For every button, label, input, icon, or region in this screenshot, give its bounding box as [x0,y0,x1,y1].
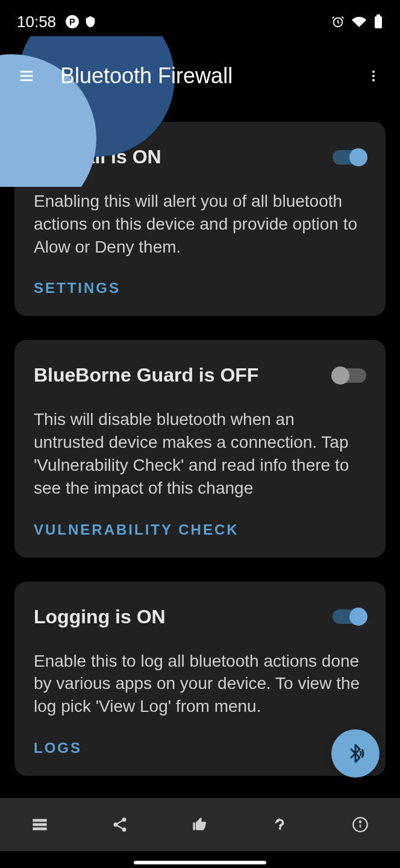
blueborne-toggle[interactable] [333,368,366,383]
status-notification-icons: P [66,15,97,28]
logs-button[interactable]: LOGS [34,740,82,756]
logging-card: Logging is ON Enable this to log all blu… [14,582,386,776]
hamburger-icon [18,68,35,84]
svg-point-10 [372,71,375,73]
shield-icon [84,15,97,28]
firewall-toggle[interactable] [333,150,366,165]
status-time: 10:58 [17,13,56,31]
more-vertical-icon [366,69,381,83]
help-icon: ? [272,816,289,833]
logging-toggle[interactable] [333,609,366,624]
battery-icon [373,14,383,29]
bluetooth-searching-icon [345,743,366,764]
svg-point-17 [114,823,118,827]
blueborne-card-description: This will disable bluetooth when an untr… [34,408,366,499]
info-icon [352,816,369,833]
settings-button[interactable]: SETTINGS [34,280,120,297]
thumb-up-icon [192,816,208,833]
content-area: Firewall is ON Enabling this will alert … [0,108,400,831]
storage-icon [31,816,48,833]
logging-card-description: Enable this to log all bluetooth actions… [34,650,366,718]
more-options-button[interactable] [359,61,388,90]
bottom-navigation: ? [0,798,400,851]
nav-help-button[interactable]: ? [266,810,295,839]
svg-text:?: ? [276,817,284,832]
blueborne-card-title: BlueBorne Guard is OFF [34,364,258,386]
svg-point-16 [122,817,127,822]
svg-rect-3 [375,16,382,28]
app-title: Bluetooth Firewall [60,63,233,89]
vulnerability-check-button[interactable]: VULNERABILITY CHECK [34,521,239,538]
svg-point-11 [372,75,375,77]
nav-share-button[interactable] [105,810,134,839]
logging-card-title: Logging is ON [34,606,166,628]
hamburger-menu-button[interactable] [12,61,41,90]
svg-rect-15 [33,828,47,831]
svg-point-22 [359,821,360,822]
svg-rect-13 [33,819,47,822]
svg-rect-14 [33,823,47,826]
blueborne-card: BlueBorne Guard is OFF This will disable… [14,340,386,557]
nav-storage-button[interactable] [25,810,54,839]
firewall-card-title: Firewall is ON [34,146,161,168]
gesture-handle[interactable] [134,861,266,864]
svg-point-18 [122,828,127,832]
nav-like-button[interactable] [186,810,214,839]
alarm-icon [331,15,345,28]
wifi-icon [352,14,366,29]
parking-icon: P [66,15,79,28]
svg-text:P: P [69,17,75,27]
share-icon [111,816,128,833]
nav-info-button[interactable] [346,810,375,839]
bluetooth-scan-fab[interactable] [331,729,380,778]
app-bar: Bluetooth Firewall [0,43,400,108]
firewall-card: Firewall is ON Enabling this will alert … [14,122,386,316]
status-bar: 10:58 P [0,0,400,43]
svg-rect-4 [377,14,380,17]
firewall-card-description: Enabling this will alert you of all blue… [34,190,366,258]
svg-point-12 [372,79,375,81]
